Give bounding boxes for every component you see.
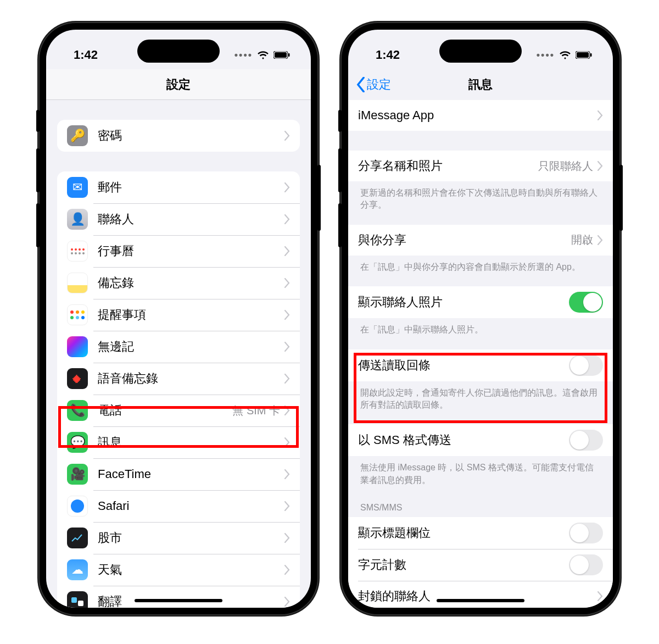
svg-point-3: [71, 499, 84, 513]
settings-item-passwords[interactable]: 🔑 密碼: [57, 120, 300, 152]
settings-item-messages[interactable]: 💬 訊息: [57, 426, 300, 458]
back-button[interactable]: 設定: [356, 76, 391, 93]
cellular-icon: ••••: [537, 49, 555, 61]
row-value: 無 SIM 卡: [232, 403, 280, 418]
status-time: 1:42: [376, 48, 400, 62]
row-shared-with-you[interactable]: 與你分享 開啟: [348, 225, 613, 256]
svg-rect-7: [577, 52, 589, 58]
row-blocked-contacts[interactable]: 封鎖的聯絡人: [348, 581, 613, 608]
toggle-show-contact-photos[interactable]: [569, 292, 603, 313]
freeform-icon: [67, 336, 88, 357]
notes-icon: [67, 273, 88, 293]
chevron-right-icon: [284, 406, 290, 415]
chevron-right-icon: [284, 246, 290, 256]
wifi-icon: [257, 51, 269, 59]
svg-rect-1: [275, 52, 287, 58]
footer-read-receipts: 開啟此設定時，會通知寄件人你已讀過他們的訊息。這會啟用所有對話的讀取回條。: [348, 381, 613, 425]
row-char-count: 字元計數: [348, 549, 613, 581]
nav-bar: 設定 訊息: [348, 69, 613, 100]
toggle-show-subject[interactable]: [569, 523, 603, 543]
chevron-right-icon: [284, 342, 290, 352]
passwords-icon: 🔑: [67, 125, 88, 146]
toggle-send-as-sms[interactable]: [569, 430, 603, 451]
footer-shared-with-you: 在「訊息」中與你分享的內容會自動顯示於所選的 App。: [348, 256, 613, 286]
settings-list[interactable]: 🔑 密碼 ✉︎ 郵件 👤 聯絡人 行事曆: [46, 100, 311, 608]
messages-icon: 💬: [67, 432, 88, 453]
header-sms-mms: SMS/MMS: [348, 499, 613, 517]
chevron-right-icon: [284, 565, 290, 575]
settings-item-phone[interactable]: 📞 電話 無 SIM 卡: [57, 395, 300, 426]
contacts-icon: 👤: [67, 209, 88, 230]
svg-rect-2: [288, 53, 290, 57]
chevron-right-icon: [284, 469, 290, 479]
row-read-receipts: 傳送讀取回條: [348, 349, 613, 381]
settings-item-facetime[interactable]: 🎥 FaceTime: [57, 458, 300, 490]
chevron-right-icon: [284, 182, 290, 192]
reminders-icon: [67, 304, 88, 325]
settings-item-freeform[interactable]: 無邊記: [57, 331, 300, 363]
screen-right: 1:42 •••• 設定 訊息 iMessage App: [348, 30, 613, 608]
messages-settings[interactable]: iMessage App 分享名稱和照片 只限聯絡人 更新過的名稱和照片會在你下…: [348, 100, 613, 608]
calendar-icon: [67, 241, 88, 262]
cellular-icon: ••••: [234, 49, 253, 61]
chevron-right-icon: [597, 235, 603, 245]
settings-item-reminders[interactable]: 提醒事項: [57, 299, 300, 331]
status-time: 1:42: [74, 48, 98, 62]
stocks-icon: [67, 528, 88, 548]
chevron-right-icon: [597, 161, 603, 171]
row-share-name-photo[interactable]: 分享名稱和照片 只限聯絡人: [348, 151, 613, 181]
home-indicator[interactable]: [437, 599, 524, 602]
row-send-as-sms: 以 SMS 格式傳送: [348, 424, 613, 456]
settings-item-contacts[interactable]: 👤 聯絡人: [57, 203, 300, 235]
phone-icon: 📞: [67, 400, 88, 421]
chevron-right-icon: [284, 131, 290, 141]
settings-item-voicememo[interactable]: 語音備忘錄: [57, 363, 300, 395]
home-indicator[interactable]: [135, 599, 222, 602]
toggle-read-receipts[interactable]: [569, 355, 603, 376]
phone-left: 1:42 •••• 設定 🔑 密碼 ✉︎ 郵件: [38, 22, 319, 615]
chevron-right-icon: [284, 214, 290, 224]
settings-item-calendar[interactable]: 行事曆: [57, 235, 300, 267]
settings-item-notes[interactable]: 備忘錄: [57, 267, 300, 299]
translate-icon: [67, 591, 88, 608]
svg-rect-5: [78, 601, 83, 606]
chevron-right-icon: [284, 597, 290, 607]
chevron-right-icon: [597, 591, 603, 601]
chevron-right-icon: [284, 501, 290, 511]
safari-icon: [67, 496, 88, 517]
settings-item-mail[interactable]: ✉︎ 郵件: [57, 171, 300, 203]
row-show-contact-photos: 顯示聯絡人照片: [348, 286, 613, 318]
svg-rect-8: [590, 53, 592, 57]
battery-icon: [273, 51, 290, 59]
chevron-right-icon: [284, 310, 290, 320]
settings-item-translate[interactable]: 翻譯: [57, 586, 300, 608]
toggle-char-count[interactable]: [569, 554, 603, 575]
settings-item-weather[interactable]: ☁︎ 天氣: [57, 554, 300, 586]
chevron-right-icon: [284, 374, 290, 384]
settings-item-stocks[interactable]: 股市: [57, 522, 300, 554]
dynamic-island: [137, 40, 220, 63]
row-imessage-app[interactable]: iMessage App: [348, 100, 613, 131]
footer-share-name: 更新過的名稱和照片會在你下次傳送訊息時自動與所有聯絡人分享。: [348, 181, 613, 225]
svg-rect-4: [71, 597, 77, 603]
settings-item-safari[interactable]: Safari: [57, 490, 300, 522]
voicememo-icon: [67, 368, 88, 389]
screen-left: 1:42 •••• 設定 🔑 密碼 ✉︎ 郵件: [46, 30, 311, 608]
chevron-right-icon: [597, 110, 603, 120]
chevron-right-icon: [284, 533, 290, 543]
battery-icon: [576, 51, 592, 59]
phone-right: 1:42 •••• 設定 訊息 iMessage App: [340, 22, 621, 615]
row-label: 密碼: [98, 127, 284, 144]
page-title: 設定: [166, 76, 191, 93]
footer-send-as-sms: 無法使用 iMessage 時，以 SMS 格式傳送。可能需支付電信業者訊息的費…: [348, 456, 613, 499]
chevron-right-icon: [284, 278, 290, 288]
chevron-right-icon: [284, 437, 290, 447]
back-label: 設定: [367, 76, 391, 93]
page-title: 訊息: [468, 76, 493, 93]
row-show-subject: 顯示標題欄位: [348, 517, 613, 549]
mail-icon: ✉︎: [67, 177, 88, 198]
nav-bar: 設定: [46, 69, 311, 100]
dynamic-island: [439, 40, 522, 63]
weather-icon: ☁︎: [67, 559, 88, 580]
wifi-icon: [559, 51, 571, 59]
